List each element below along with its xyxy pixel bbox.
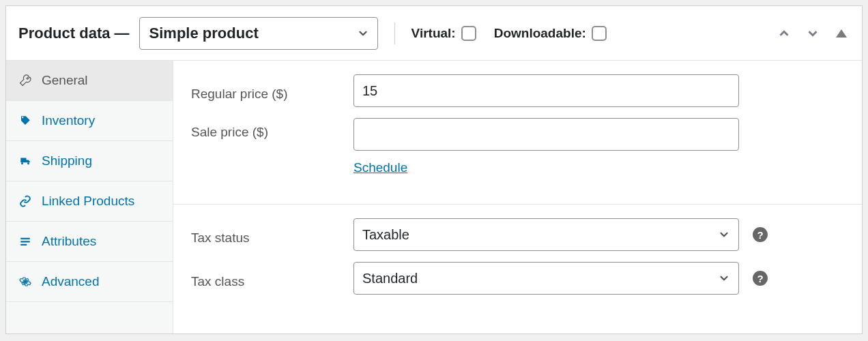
tab-shipping[interactable]: Shipping (6, 141, 173, 181)
downloadable-label: Downloadable: (494, 26, 586, 41)
schedule-link[interactable]: Schedule (353, 160, 407, 175)
tab-label: Shipping (42, 153, 92, 168)
chevron-up-icon (777, 26, 792, 41)
help-icon[interactable]: ? (753, 227, 768, 242)
chevron-down-icon (805, 26, 820, 41)
tab-inventory[interactable]: Inventory (6, 101, 173, 141)
downloadable-group: Downloadable: (494, 26, 607, 41)
move-up-button[interactable] (776, 25, 792, 42)
triangle-up-icon (836, 29, 847, 38)
link-icon (18, 194, 32, 208)
panel-title: Product data — (18, 25, 130, 42)
regular-price-input[interactable] (353, 74, 739, 107)
svg-rect-0 (20, 238, 30, 239)
svg-rect-1 (20, 241, 30, 242)
virtual-group: Virtual: (411, 26, 476, 41)
tab-label: Attributes (42, 234, 96, 249)
tax-class-label: Tax class (191, 267, 353, 289)
tag-icon (18, 114, 32, 128)
sale-price-input[interactable] (353, 118, 739, 151)
tab-label: General (42, 73, 88, 88)
panel-order-controls (776, 25, 850, 42)
tax-status-select[interactable]: Taxable (353, 218, 739, 251)
product-data-tabs: General Inventory Shipping (6, 61, 173, 333)
collapse-button[interactable] (833, 25, 850, 42)
product-type-select[interactable]: Simple product (139, 17, 378, 50)
divider (394, 23, 395, 44)
tab-general[interactable]: General (6, 61, 173, 101)
general-panel-content: Regular price ($) Sale price ($) Schedul… (173, 61, 862, 333)
virtual-checkbox[interactable] (461, 26, 476, 41)
move-down-button[interactable] (805, 25, 821, 42)
tab-label: Inventory (42, 113, 95, 128)
tab-label: Linked Products (42, 194, 134, 209)
tax-status-label: Tax status (191, 224, 353, 246)
product-data-panel: Product data — Simple product Virtual: D… (5, 5, 863, 334)
truck-icon (18, 154, 32, 168)
tax-class-select[interactable]: Standard (353, 262, 739, 295)
wrench-icon (18, 74, 32, 87)
sale-price-label: Sale price ($) (191, 118, 353, 140)
downloadable-checkbox[interactable] (592, 26, 607, 41)
tab-label: Advanced (42, 274, 100, 289)
tab-attributes[interactable]: Attributes (6, 222, 173, 262)
gear-icon (18, 275, 32, 288)
svg-rect-2 (20, 244, 27, 246)
regular-price-label: Regular price ($) (191, 80, 353, 102)
virtual-label: Virtual: (411, 26, 456, 41)
list-icon (18, 235, 32, 248)
svg-point-3 (24, 280, 27, 284)
help-icon[interactable]: ? (753, 271, 768, 286)
panel-header: Product data — Simple product Virtual: D… (6, 6, 862, 61)
tab-linked-products[interactable]: Linked Products (6, 181, 173, 222)
tab-advanced[interactable]: Advanced (6, 262, 173, 302)
